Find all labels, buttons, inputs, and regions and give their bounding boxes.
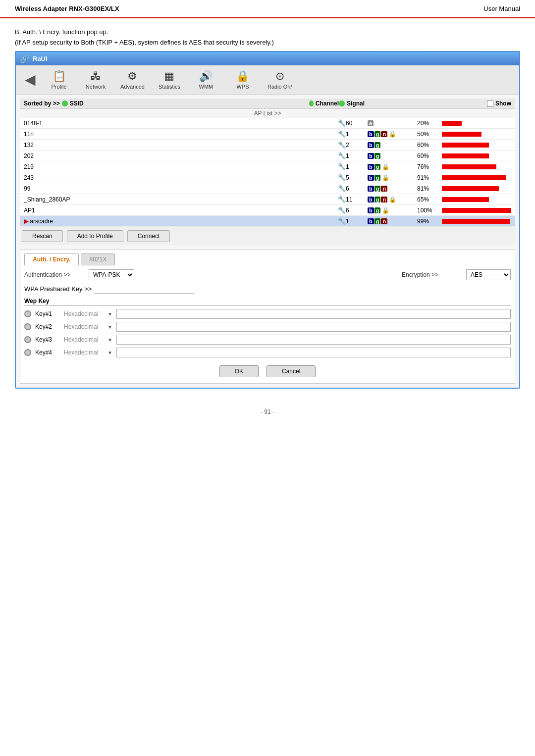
- advanced-icon: ⚙: [127, 70, 137, 83]
- raui-titlebar: 🔗 RaUI: [16, 52, 519, 65]
- channel-cell: 🔧2: [334, 140, 364, 151]
- doc-line1: B. Auth. \ Encry. function pop up.: [15, 28, 520, 36]
- ssid-cell: 243: [20, 172, 334, 183]
- signal-col-header: Signal: [347, 100, 365, 107]
- wep-key-type-2: Hexadecimal: [64, 323, 104, 330]
- mode-cell: bg🔒: [364, 161, 413, 172]
- wep-key-label-1: Key#1: [35, 310, 60, 317]
- key-radio-4[interactable]: [24, 349, 31, 356]
- channel-cell: 🔧1: [334, 129, 364, 140]
- signal-bar-cell: [438, 183, 515, 194]
- wpa-key-label: WPA Preshared Key >>: [24, 285, 92, 293]
- wps-icon: 🔒: [236, 70, 249, 83]
- rescan-button[interactable]: Rescan: [22, 230, 63, 242]
- network-table: 0148-1🔧60a20%11n🔧1bgn🔒50%132🔧2bg60%202🔧1…: [20, 118, 515, 227]
- 8021x-tab[interactable]: 8021X: [81, 253, 115, 265]
- ssid-dot: [62, 101, 68, 106]
- statistics-label: Statistics: [159, 84, 180, 90]
- wep-key-label-3: Key#3: [35, 336, 60, 343]
- auth-encry-tab[interactable]: Auth. \ Encry.: [24, 253, 79, 265]
- ssid-col-header: SSID: [70, 100, 84, 107]
- table-row[interactable]: ▶ arscadre🔧1bgn99%: [20, 216, 515, 227]
- connect-button[interactable]: Connect: [127, 230, 170, 242]
- signal-dot: [339, 101, 345, 106]
- signal-bar-cell: [438, 129, 515, 140]
- add-to-profile-button[interactable]: Add to Profile: [67, 230, 123, 242]
- wep-key-label-2: Key#2: [35, 323, 60, 330]
- signal-bar-cell: [438, 161, 515, 172]
- toolbar-advanced[interactable]: ⚙ Advanced: [115, 67, 150, 92]
- signal-percent-cell: 91%: [413, 172, 438, 183]
- signal-bar-cell: [438, 216, 515, 227]
- wep-key-dropdown-2[interactable]: ▼: [107, 324, 112, 330]
- mode-cell: bgn🔒: [364, 129, 413, 140]
- signal-bar-cell: [438, 151, 515, 161]
- auth-select[interactable]: WPA-PSK Open WPA2-PSK: [89, 269, 134, 280]
- wep-key-input-1[interactable]: [116, 309, 511, 319]
- ssid-cell: 99: [20, 183, 334, 194]
- channel-cell: 🔧1: [334, 216, 364, 227]
- profile-icon: 📋: [53, 70, 66, 83]
- cancel-button[interactable]: Cancel: [267, 365, 316, 377]
- ok-button[interactable]: OK: [219, 365, 259, 377]
- channel-cell: 🔧6: [334, 183, 364, 194]
- list-column-headers: Sorted by >> SSID Channel Signal Show: [20, 99, 515, 109]
- wep-key-input-2[interactable]: [116, 322, 511, 332]
- toolbar-profile[interactable]: 📋 Profile: [42, 67, 76, 92]
- auth-select-wrap: WPA-PSK Open WPA2-PSK: [89, 269, 134, 280]
- table-row[interactable]: 219🔧1bg🔒76%: [20, 161, 515, 172]
- wep-key-input-4[interactable]: [116, 348, 511, 357]
- table-row[interactable]: AP1🔧6bg🔒100%: [20, 205, 515, 216]
- channel-col-header: Channel: [316, 100, 339, 107]
- toolbar-network[interactable]: 🖧 Network: [78, 67, 113, 92]
- mode-cell: bg: [364, 151, 413, 161]
- key-radio-3[interactable]: [24, 336, 31, 343]
- table-row[interactable]: 11n🔧1bgn🔒50%: [20, 129, 515, 140]
- mode-cell: bgn🔒: [364, 194, 413, 205]
- mode-cell: bg🔒: [364, 172, 413, 183]
- signal-percent-cell: 99%: [413, 216, 438, 227]
- enc-label: Encryption >>: [402, 271, 461, 278]
- wep-key-input-3[interactable]: [116, 335, 511, 345]
- table-row[interactable]: 202🔧1bg60%: [20, 151, 515, 161]
- signal-percent-cell: 100%: [413, 205, 438, 216]
- wep-key-row: Key#3Hexadecimal▼: [24, 335, 511, 345]
- toolbar-radio[interactable]: ⊙ Radio On/: [262, 67, 298, 92]
- wep-key-dropdown-3[interactable]: ▼: [107, 337, 112, 343]
- raui-main: Sorted by >> SSID Channel Signal Show AP: [16, 95, 519, 388]
- enc-select[interactable]: AES TKIP: [466, 269, 511, 280]
- mode-cell: bgn: [364, 216, 413, 227]
- ssid-cell: 11n: [20, 129, 334, 140]
- auth-tabs: Auth. \ Encry. 8021X: [24, 253, 511, 265]
- toolbar-wps[interactable]: 🔒 WPS: [225, 67, 260, 92]
- table-row[interactable]: _Shiang_2860AP🔧11bgn🔒65%: [20, 194, 515, 205]
- table-row[interactable]: 132🔧2bg60%: [20, 140, 515, 151]
- raui-title: RaUI: [33, 55, 48, 62]
- page-number: - 91 -: [261, 408, 274, 415]
- wpa-key-input[interactable]: [95, 284, 194, 294]
- profile-label: Profile: [51, 84, 66, 90]
- mode-cell: a: [364, 118, 413, 129]
- table-row[interactable]: 0148-1🔧60a20%: [20, 118, 515, 129]
- wep-key-dropdown-1[interactable]: ▼: [107, 311, 112, 317]
- table-row[interactable]: 99🔧6bgn81%: [20, 183, 515, 194]
- signal-bar-cell: [438, 172, 515, 183]
- key-radio-1[interactable]: [24, 310, 31, 317]
- radio-label: Radio On/: [268, 84, 292, 90]
- table-row[interactable]: 243🔧5bg🔒91%: [20, 172, 515, 183]
- ssid-cell: 219: [20, 161, 334, 172]
- signal-percent-cell: 20%: [413, 118, 438, 129]
- wmm-icon: 🔊: [199, 70, 213, 83]
- toolbar-wmm[interactable]: 🔊 WMM: [189, 67, 223, 92]
- wep-key-section: Wep Key Key#1Hexadecimal▼Key#2Hexadecima…: [24, 298, 511, 357]
- key-radio-2[interactable]: [24, 323, 31, 330]
- wep-key-row: Key#4Hexadecimal▼: [24, 348, 511, 357]
- wpa-key-row: WPA Preshared Key >>: [24, 284, 511, 294]
- signal-bar-cell: [438, 205, 515, 216]
- wep-key-dropdown-4[interactable]: ▼: [107, 350, 112, 355]
- toolbar-statistics[interactable]: ▦ Statistics: [152, 67, 187, 92]
- manual-label: User Manual: [483, 5, 520, 12]
- back-button[interactable]: ◀: [21, 73, 40, 87]
- show-col-header: Show: [495, 100, 511, 107]
- show-checkbox[interactable]: [487, 101, 493, 107]
